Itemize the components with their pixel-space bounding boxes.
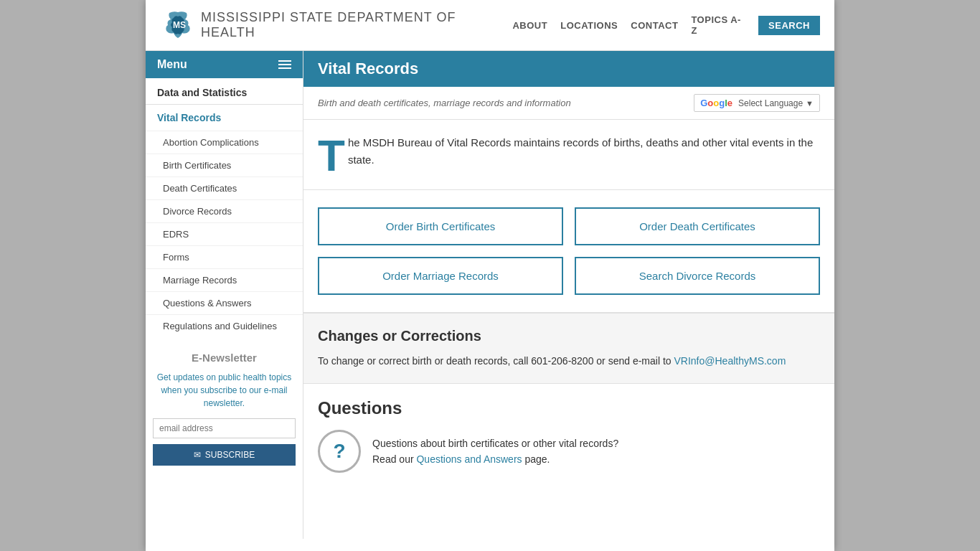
nav-topics[interactable]: TOPICS A-Z: [691, 14, 745, 36]
questions-section: Questions ? Questions about birth certif…: [303, 384, 834, 487]
nav-about[interactable]: ABOUT: [512, 20, 547, 31]
sidebar-item-qa[interactable]: Questions & Answers: [146, 291, 303, 314]
questions-text-end: page.: [524, 453, 550, 465]
enewsletter-title: E-Newsletter: [153, 352, 296, 364]
sidebar-item-regulations[interactable]: Regulations and Guidelines: [146, 314, 303, 337]
changes-email-link[interactable]: VRInfo@HealthyMS.com: [674, 355, 786, 367]
intro-box: T he MSDH Bureau of Vital Records mainta…: [303, 120, 834, 190]
sidebar-parent-vital-records[interactable]: Vital Records: [146, 105, 303, 131]
enewsletter-description: Get updates on public health topics when…: [153, 371, 296, 410]
enewsletter-email-input[interactable]: [153, 418, 296, 438]
search-divorce-button[interactable]: Search Divorce Records: [575, 257, 820, 295]
action-buttons-grid: Order Birth Certificates Order Death Cer…: [303, 190, 834, 314]
changes-title: Changes or Corrections: [318, 328, 820, 344]
questions-title: Questions: [318, 398, 820, 418]
question-mark-icon: ?: [318, 430, 361, 473]
sidebar-item-marriage[interactable]: Marriage Records: [146, 268, 303, 291]
sidebar: Menu Data and Statistics Vital Records A…: [146, 51, 303, 539]
logo-icon: MS: [160, 7, 192, 43]
order-death-button[interactable]: Order Death Certificates: [575, 207, 820, 245]
sidebar-item-birth[interactable]: Birth Certificates: [146, 154, 303, 176]
sidebar-item-abortion[interactable]: Abortion Complications: [146, 131, 303, 154]
order-marriage-button[interactable]: Order Marriage Records: [318, 257, 563, 295]
sidebar-item-forms[interactable]: Forms: [146, 245, 303, 268]
main-layout: Menu Data and Statistics Vital Records A…: [146, 51, 834, 539]
intro-text-container: T he MSDH Bureau of Vital Records mainta…: [318, 134, 820, 175]
nav-locations[interactable]: LOCATIONS: [560, 20, 618, 31]
enewsletter-box: E-Newsletter Get updates on public healt…: [153, 352, 296, 466]
sidebar-item-death[interactable]: Death Certificates: [146, 176, 303, 199]
questions-row: ? Questions about birth certificates or …: [318, 430, 820, 473]
site-header: MS Mississippi State Department of Healt…: [146, 0, 834, 51]
enewsletter-subscribe-button[interactable]: ✉ SUBSCRIBE: [153, 444, 296, 466]
questions-text: Questions about birth certificates or ot…: [372, 435, 618, 468]
hamburger-icon: [278, 60, 291, 69]
content-subtitle-bar: Birth and death certificates, marriage r…: [303, 87, 834, 120]
changes-box: Changes or Corrections To change or corr…: [303, 314, 834, 384]
changes-description: To change or correct birth or death reco…: [318, 355, 672, 367]
content-area: Vital Records Birth and death certificat…: [303, 51, 834, 539]
order-birth-button[interactable]: Order Birth Certificates: [318, 207, 563, 245]
intro-text: he MSDH Bureau of Vital Records maintain…: [348, 134, 820, 169]
svg-text:MS: MS: [173, 20, 186, 30]
changes-text: To change or correct birth or death reco…: [318, 353, 820, 369]
drop-cap: T: [318, 134, 345, 175]
header-nav: ABOUT LOCATIONS CONTACT TOPICS A-Z SEARC…: [512, 14, 820, 36]
site-logo: MS: [160, 7, 192, 43]
google-translate-widget[interactable]: Google Select Language ▼: [694, 94, 820, 112]
google-g-icon: Google: [700, 98, 732, 108]
sidebar-item-edrs[interactable]: EDRS: [146, 222, 303, 245]
header-title: Mississippi State Department of Health: [201, 10, 512, 40]
content-subtitle: Birth and death certificates, marriage r…: [318, 98, 571, 108]
sidebar-menu-header[interactable]: Menu: [146, 51, 303, 78]
header-left: MS Mississippi State Department of Healt…: [160, 7, 512, 43]
search-button[interactable]: SEARCH: [758, 16, 820, 35]
content-page-title: Vital Records: [303, 51, 834, 87]
subscribe-label: SUBSCRIBE: [205, 450, 255, 460]
translate-label: Select Language: [738, 98, 803, 108]
sidebar-item-divorce[interactable]: Divorce Records: [146, 199, 303, 222]
envelope-icon: ✉: [194, 450, 201, 460]
menu-label: Menu: [157, 58, 187, 71]
translate-chevron-icon: ▼: [806, 99, 814, 108]
nav-contact[interactable]: CONTACT: [631, 20, 678, 31]
questions-answers-link[interactable]: Questions and Answers: [416, 453, 522, 465]
sidebar-section-title: Data and Statistics: [146, 78, 303, 105]
